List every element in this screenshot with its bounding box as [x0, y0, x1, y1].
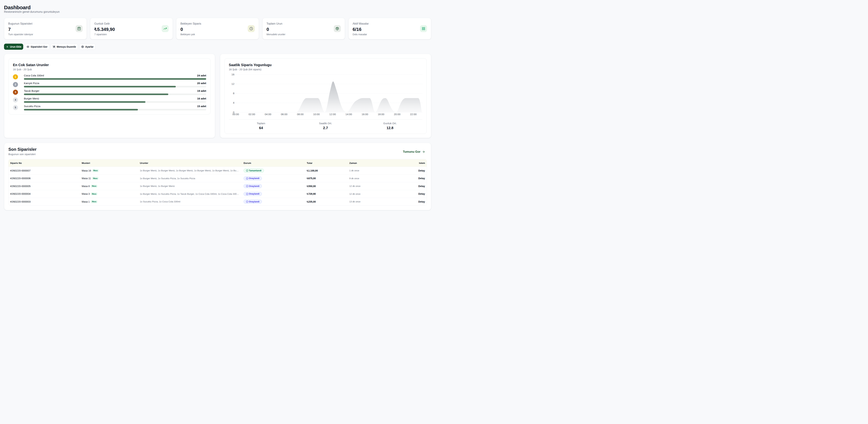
- svg-text:08:00: 08:00: [297, 113, 304, 116]
- svg-text:14:00: 14:00: [345, 113, 352, 116]
- svg-text:10:00: 10:00: [313, 113, 320, 116]
- svg-text:16:00: 16:00: [362, 113, 368, 116]
- svg-text:22:00: 22:00: [410, 113, 416, 116]
- svg-text:4: 4: [233, 101, 234, 104]
- svg-text:18:00: 18:00: [378, 113, 384, 116]
- svg-text:8: 8: [233, 92, 234, 95]
- svg-text:20:00: 20:00: [394, 113, 401, 116]
- svg-text:16: 16: [231, 73, 234, 76]
- svg-text:12: 12: [231, 83, 234, 85]
- svg-text:06:00: 06:00: [281, 113, 287, 116]
- svg-text:02:00: 02:00: [248, 113, 255, 116]
- svg-text:00:00: 00:00: [232, 113, 239, 116]
- svg-text:12:00: 12:00: [329, 113, 336, 116]
- svg-text:04:00: 04:00: [265, 113, 271, 116]
